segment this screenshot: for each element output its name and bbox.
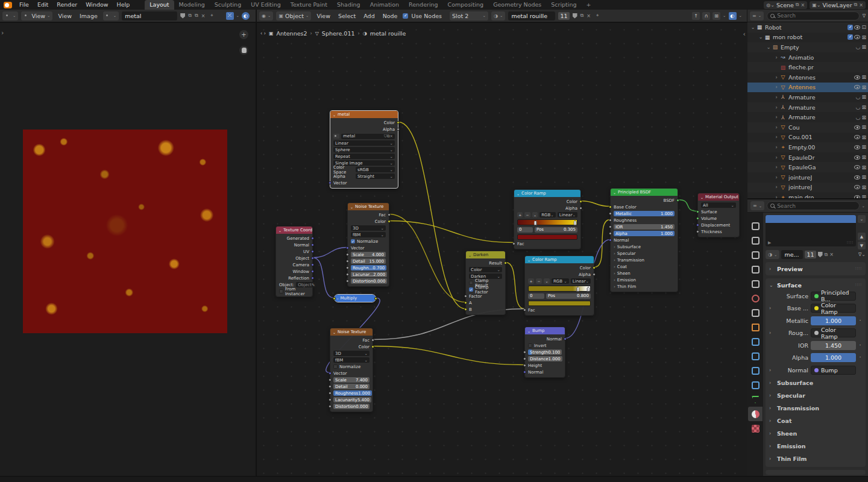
workspace-tab-shading[interactable]: Shading <box>332 0 365 10</box>
copy-material-icon[interactable]: ⧉ <box>580 13 584 19</box>
unlink-material-icon[interactable]: × <box>587 13 591 19</box>
unlink-scene-icon[interactable]: × <box>801 2 805 8</box>
dropdown[interactable]: Color⌄ <box>469 267 502 272</box>
hide-eye-icon[interactable] <box>854 175 860 180</box>
hidden-eye-icon[interactable]: ◡ <box>856 104 861 110</box>
number-slider[interactable]: Distortion0.000 <box>333 404 370 409</box>
properties-tab-output[interactable] <box>748 248 763 262</box>
shader-node-editor-area[interactable]: ‹ › ▣ Antennes2 › ▽ Sphere.011 › ◑ metal… <box>257 23 747 476</box>
ramp-control-remove-icon[interactable]: − <box>524 212 530 218</box>
outliner-display-mode[interactable]: ≡⌄ <box>750 11 764 20</box>
panel-specular[interactable]: ›Specular <box>766 389 866 402</box>
next-panel-stub[interactable] <box>766 470 866 475</box>
node-collapse-icon[interactable]: ⌄ <box>333 113 336 117</box>
hide-eye-icon[interactable] <box>854 145 860 149</box>
node-socket[interactable] <box>523 371 526 374</box>
outliner-row-antennes[interactable]: ›▽Antennes⊠ <box>747 83 868 93</box>
expander-icon[interactable]: › <box>773 134 779 140</box>
dropdown[interactable]: All⌄ <box>701 202 736 208</box>
hide-eye-icon[interactable] <box>854 125 860 130</box>
image-name-field[interactable]: metal <box>122 11 177 20</box>
dropdown[interactable]: Sphere⌄ <box>333 147 395 152</box>
add-workspace-button[interactable]: + <box>582 0 596 10</box>
viewlayer-selector[interactable]: ▣⌄ ViewLayer ⧉ × <box>810 1 866 9</box>
collapsed-section[interactable]: ›Specular <box>611 250 678 257</box>
node-principled-bsdf[interactable]: ⌄Principled BSDFBSDFBase ColorMetallic1.… <box>610 188 678 292</box>
workspace-tab-compositing[interactable]: Compositing <box>443 0 489 10</box>
material-users-count[interactable]: 11 <box>558 12 569 20</box>
ramp-control-add-icon[interactable]: + <box>528 278 534 284</box>
node-socket[interactable] <box>329 398 332 401</box>
slot-move-down-icon[interactable]: ▼ <box>858 242 866 249</box>
dropdown[interactable]: fBM⌄ <box>351 232 386 237</box>
node-collapse-icon[interactable]: ⌄ <box>517 192 520 196</box>
node-socket[interactable] <box>523 308 526 311</box>
overlay-toggle-icon[interactable]: ◐ <box>242 12 250 20</box>
node-collapse-icon[interactable]: ⌄ <box>350 205 353 209</box>
node-color-ramp-2[interactable]: ⌄Color RampColorAlpha+−⌄RGB⌄Linear⌄0Pos0… <box>524 255 594 316</box>
workspace-tab-animation[interactable]: Animation <box>365 0 404 10</box>
node-socket[interactable] <box>523 364 526 367</box>
collapsed-section[interactable]: ›Thin Film <box>611 283 678 290</box>
dropdown[interactable]: Linear⌄ <box>333 140 395 146</box>
node-socket[interactable] <box>388 220 391 223</box>
node-socket[interactable] <box>593 266 596 269</box>
expander-icon[interactable]: › <box>769 305 775 311</box>
ramp-stop-handle[interactable] <box>576 287 579 292</box>
node-collapse-icon[interactable]: ⌄ <box>468 253 471 257</box>
slot-specials-icon[interactable]: ⌄ <box>858 215 866 223</box>
slot-move-up-icon[interactable]: ▲ <box>858 233 866 240</box>
node-socket[interactable] <box>696 210 699 213</box>
chevrons-icon[interactable]: ‹ › <box>260 31 266 36</box>
node-socket[interactable] <box>311 270 314 273</box>
use-nodes-checkbox[interactable]: ✓ <box>403 13 408 19</box>
scene-selector[interactable]: ◍⌄ Scene ⧉ × <box>764 1 807 9</box>
menu-render[interactable]: Render <box>52 0 81 10</box>
panel-sheen[interactable]: ›Sheen <box>766 427 866 440</box>
node-socket[interactable] <box>397 121 400 124</box>
material-name-field[interactable]: me... <box>781 250 803 259</box>
node-socket[interactable] <box>464 301 467 304</box>
expander-icon[interactable]: › <box>773 184 779 190</box>
interpolation-dropdown[interactable]: Linear⌄ <box>558 212 577 218</box>
checkbox[interactable] <box>528 343 532 348</box>
workspace-tab-geometry-nodes[interactable]: Geometry Nodes <box>488 0 546 10</box>
node-socket[interactable] <box>311 237 314 240</box>
node-socket[interactable] <box>523 351 526 354</box>
properties-tab-object-data[interactable] <box>748 392 763 407</box>
number-slider[interactable]: IOR1.450 <box>614 224 675 230</box>
outliner-row-cou-001[interactable]: ›▽Cou.001⊠ <box>747 133 868 143</box>
disable-render-icon[interactable]: ⊠ <box>861 144 866 150</box>
number-slider[interactable]: Detail15.000 <box>351 258 386 264</box>
dropdown[interactable]: fBM⌄ <box>333 357 370 363</box>
material-slot-selected[interactable] <box>766 215 856 223</box>
value-slider[interactable]: 1.000 <box>811 316 856 325</box>
node-socket[interactable] <box>346 266 349 269</box>
ramp-index-field[interactable]: 0 <box>528 293 544 299</box>
panel-thin-film[interactable]: ›Thin Film <box>766 452 866 465</box>
node-socket[interactable] <box>371 339 374 342</box>
properties-tab-particles[interactable] <box>748 349 763 363</box>
animate-dot-icon[interactable]: · <box>858 343 862 348</box>
outliner-row-jointurej[interactable]: ›▽jointureJ⊠ <box>747 172 868 183</box>
node-mix-color-darken[interactable]: ⌄DarkenResultColor⌄Darken⌄Clamp Result✓C… <box>465 251 506 315</box>
properties-search-input[interactable] <box>777 203 855 209</box>
color-mode-dropdown[interactable]: RGB⌄ <box>552 278 569 284</box>
expander-icon[interactable]: › <box>773 125 779 130</box>
node-image-texture-metal[interactable]: ⌄metalColorAlphametal⛉⧉×Linear⌄Sphere⌄Re… <box>330 110 398 189</box>
number-slider[interactable]: Distortion0.000 <box>351 278 387 284</box>
outliner-row-mon-robot[interactable]: ⌄▦mon robot✓⊠ <box>747 33 868 43</box>
outliner-row-epaulega[interactable]: ›▽EpauleGa⊠ <box>747 162 868 172</box>
disable-render-icon[interactable]: ⊠ <box>861 154 866 160</box>
node-socket[interactable] <box>523 357 526 360</box>
node-socket[interactable] <box>609 225 612 228</box>
node-collapse-icon[interactable]: ⌄ <box>700 195 703 199</box>
menu-select[interactable]: Select <box>336 13 358 19</box>
color-ramp-gradient[interactable] <box>528 286 591 292</box>
expander-icon[interactable]: › <box>773 164 779 170</box>
menu-image[interactable]: Image <box>77 13 100 19</box>
panel-coat[interactable]: ›Coat <box>766 415 866 427</box>
number-slider[interactable]: Metallic1.000 <box>614 211 675 216</box>
expander-icon[interactable]: › <box>773 114 779 120</box>
outliner-row-epauledr[interactable]: ›▽EpauleDr⊠ <box>747 152 868 163</box>
